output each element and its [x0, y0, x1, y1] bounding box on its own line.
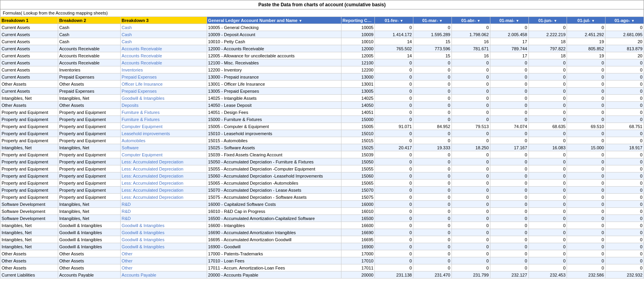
num-cell: 0	[490, 165, 528, 172]
num-cell: 0	[567, 243, 605, 250]
num-cell: 0	[528, 137, 567, 144]
num-cell: 0	[567, 222, 605, 229]
table-cell: 13001 - Officer Life Insurance	[207, 81, 341, 88]
num-cell: 0	[375, 130, 413, 137]
num-cell: 0	[567, 257, 605, 264]
table-cell: 15055 - Accumulated Deprciation -Compute…	[207, 165, 341, 172]
filter-icon-date0[interactable]: ▼	[400, 19, 404, 23]
table-cell: 14050	[341, 102, 375, 109]
num-cell: 0	[490, 172, 528, 180]
table-cell: Goodwill & Intangibles	[120, 222, 207, 229]
filter-icon-date1[interactable]: ▼	[439, 19, 443, 23]
table-row: Property and EquipmentProperty and Equip…	[0, 123, 644, 130]
table-cell: Property and Equipment	[0, 187, 58, 194]
num-cell: 0	[413, 66, 452, 73]
num-cell: 0	[528, 215, 567, 222]
num-cell: 781.671	[451, 45, 490, 52]
table-cell: Less: Accumulated Depreciation	[120, 172, 207, 180]
num-cell: 0	[605, 66, 644, 73]
num-cell: 0	[567, 201, 605, 208]
table-cell: 16690	[341, 229, 375, 236]
table-cell: 20000 - Accounts Payable	[207, 271, 341, 279]
table-row: Property and EquipmentProperty and Equip…	[0, 187, 644, 194]
num-cell: 0	[490, 180, 528, 187]
num-cell: 0	[490, 81, 528, 88]
num-cell: 0	[451, 172, 490, 180]
num-cell: 19.333	[413, 144, 452, 151]
table-row: Current AssetsCashCash10010 - Petty Cash…	[0, 38, 644, 45]
table-cell: Property and Equipment	[0, 151, 58, 158]
table-cell: Accounts Receivable	[58, 52, 120, 59]
table-cell: Less: Accumulated Depreciation	[120, 165, 207, 172]
table-cell: Goodwill & Intangibles	[58, 243, 120, 250]
num-cell: 0	[413, 187, 452, 194]
num-cell: 0	[451, 73, 490, 81]
top-header: Paste the Data from charts of account (c…	[0, 0, 644, 9]
num-cell: 0	[528, 229, 567, 236]
filter-icon-date6[interactable]: ▼	[631, 19, 635, 23]
num-cell: 0	[528, 109, 567, 116]
num-cell: 0	[490, 243, 528, 250]
table-cell: 13001	[341, 81, 375, 88]
num-cell: 0	[375, 81, 413, 88]
table-cell: Property and Equipment	[0, 158, 58, 165]
table-cell: Cash	[120, 38, 207, 45]
table-cell: Current Assets	[0, 66, 58, 73]
table-cell: 12200	[341, 66, 375, 73]
table-cell: Property and Equipment	[0, 130, 58, 137]
num-cell: 18.250	[451, 144, 490, 151]
num-cell: 0	[375, 201, 413, 208]
num-cell: 0	[413, 264, 452, 271]
num-cell: 0	[490, 250, 528, 257]
table-cell: 16010 - R&D Cap in Progress	[207, 208, 341, 215]
table-row: Other AssetsOther AssetsOfficer Life Ins…	[0, 81, 644, 88]
table-cell: 16695 - Accumulated Amortization Goodwil…	[207, 236, 341, 243]
num-cell: 0	[413, 59, 452, 66]
num-cell: 0	[451, 24, 490, 31]
num-cell: 0	[528, 59, 567, 66]
filter-icon-date5[interactable]: ▼	[591, 19, 595, 23]
table-cell: 10009	[341, 31, 375, 38]
table-cell: Goodwill & Intangibles	[58, 229, 120, 236]
num-cell: 0	[605, 243, 644, 250]
num-cell: 0	[605, 24, 644, 31]
num-cell: 84.952	[413, 123, 452, 130]
num-cell: 19	[567, 38, 605, 45]
header-date-2: 01-abr- ▼	[451, 17, 490, 24]
num-cell: 765.502	[375, 45, 413, 52]
num-cell: 232.932	[605, 271, 644, 279]
num-cell: 0	[528, 151, 567, 158]
num-cell: 15	[413, 38, 452, 45]
num-cell: 0	[375, 194, 413, 201]
table-row: Current LiabilitiesAccounts PayableAccou…	[0, 271, 644, 279]
filter-icon-date2[interactable]: ▼	[477, 19, 481, 23]
table-cell: Less: Accumulated Depreciation	[120, 158, 207, 165]
num-cell: 0	[490, 116, 528, 123]
filter-icon-date4[interactable]: ▼	[554, 19, 557, 23]
num-cell: 79.513	[451, 123, 490, 130]
num-cell: 0	[375, 73, 413, 81]
num-cell: 69.510	[567, 123, 605, 130]
table-cell: 14051	[341, 109, 375, 116]
num-cell: 0	[528, 81, 567, 88]
table-cell: 12005	[341, 52, 375, 59]
num-cell: 0	[413, 172, 452, 180]
filter-icon-date3[interactable]: ▼	[516, 19, 519, 23]
num-cell: 0	[451, 215, 490, 222]
num-cell: 0	[528, 102, 567, 109]
num-cell: 18	[528, 52, 567, 59]
num-cell: 813.879	[605, 45, 644, 52]
table-cell: Leasehold improvements	[120, 130, 207, 137]
table-cell: 10005	[341, 24, 375, 31]
filter-icon-gl[interactable]: ▼	[299, 19, 302, 23]
num-cell: 0	[490, 73, 528, 81]
table-cell: Automobiles	[120, 137, 207, 144]
table-cell: Property and Equipment	[0, 137, 58, 144]
table-cell: Software Development	[0, 208, 58, 215]
header-rc: Reporting Co ▼	[341, 17, 375, 24]
num-cell: 0	[490, 66, 528, 73]
num-cell: 0	[413, 109, 452, 116]
num-cell: 0	[605, 180, 644, 187]
table-cell: Current Assets	[0, 45, 58, 52]
table-row: Property and EquipmentProperty and Equip…	[0, 109, 644, 116]
